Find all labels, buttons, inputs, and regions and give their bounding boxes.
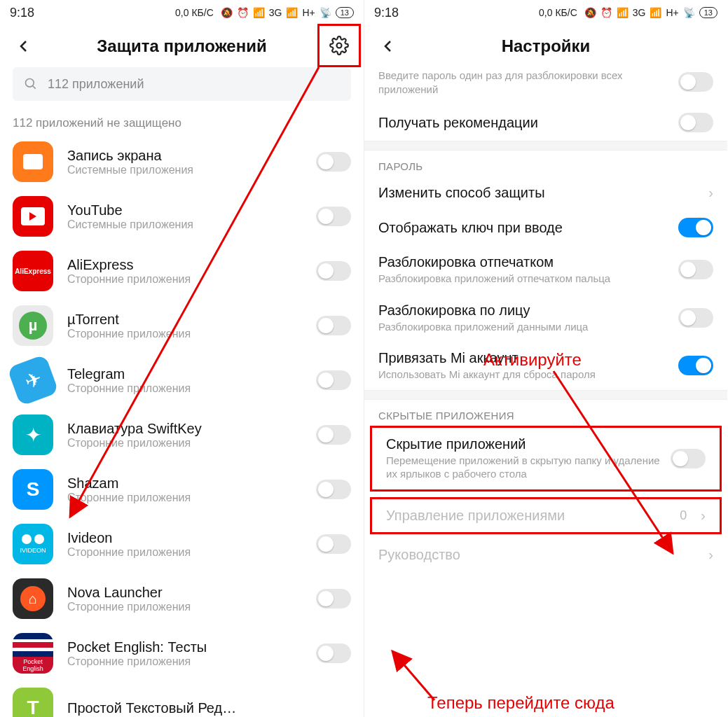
gear-icon[interactable] bbox=[329, 36, 349, 55]
hide-apps-highlight-box: Скрытие приложений Перемещение приложени… bbox=[370, 426, 722, 492]
app-row[interactable]: TПростой Текстовый Ред… bbox=[0, 681, 364, 717]
app-icon: ⌂ bbox=[13, 578, 53, 619]
app-name: Простой Текстовый Ред… bbox=[67, 700, 351, 716]
setting-group-unlock[interactable]: Введите пароль один раз для разблокировк… bbox=[364, 67, 727, 104]
app-name: Клавиатура SwiftKey bbox=[67, 421, 302, 437]
app-text: AliExpressСторонние приложения bbox=[67, 257, 302, 286]
app-lock-toggle[interactable] bbox=[316, 480, 351, 499]
toggle-face[interactable] bbox=[678, 308, 713, 328]
app-icon: Pocket English bbox=[13, 633, 53, 674]
status-bar: 9:18 0,0 КБ/С 🔕 ⏰ 📶 3G 📶 H+ 📡 13 bbox=[0, 0, 364, 25]
app-lock-toggle[interactable] bbox=[316, 261, 351, 281]
svg-point-1 bbox=[26, 79, 34, 88]
app-row[interactable]: IVIDEONIvideonСторонние приложения bbox=[0, 517, 364, 571]
toggle-mi-account[interactable] bbox=[678, 356, 713, 375]
dnd-icon: 🔕 bbox=[221, 7, 233, 18]
chevron-left-icon bbox=[380, 38, 397, 55]
app-text: YouTubeСистемные приложения bbox=[67, 202, 302, 231]
app-lock-toggle[interactable] bbox=[316, 425, 351, 445]
app-category: Системные приложения bbox=[67, 218, 302, 231]
app-lock-toggle[interactable] bbox=[316, 207, 351, 226]
back-button[interactable] bbox=[10, 32, 38, 60]
app-category: Системные приложения bbox=[67, 164, 302, 176]
app-category: Сторонние приложения bbox=[67, 601, 302, 613]
app-row[interactable]: Pocket EnglishPocket English: ТестыСторо… bbox=[0, 626, 364, 681]
app-category: Сторонние приложения bbox=[67, 273, 302, 286]
app-category: Сторонние приложения bbox=[67, 328, 302, 340]
app-icon: ✦ bbox=[13, 415, 53, 455]
app-row[interactable]: µµTorrentСторонние приложения bbox=[0, 298, 364, 353]
title-bar: Защита приложений bbox=[0, 25, 364, 67]
app-icon: AliExpress bbox=[13, 251, 53, 291]
app-name: Запись экрана bbox=[67, 148, 302, 164]
app-row[interactable]: ✦Клавиатура SwiftKeyСторонние приложения bbox=[0, 408, 364, 462]
toggle-fingerprint[interactable] bbox=[678, 260, 713, 279]
wifi-icon: 📡 bbox=[320, 7, 331, 18]
app-lock-toggle[interactable] bbox=[316, 643, 351, 663]
signal-icon: 📶 bbox=[617, 7, 629, 18]
app-list[interactable]: Запись экранаСистемные приложенияYouTube… bbox=[0, 134, 364, 717]
app-category: Сторонние приложения bbox=[67, 655, 302, 668]
app-row[interactable]: Запись экранаСистемные приложения bbox=[0, 134, 364, 189]
app-icon: ✈ bbox=[7, 354, 59, 406]
app-lock-toggle[interactable] bbox=[316, 589, 351, 608]
toggle-show-key[interactable] bbox=[678, 218, 713, 237]
dnd-icon: 🔕 bbox=[584, 7, 596, 18]
setting-mi-account[interactable]: Привязать Mi аккаунт Использовать Mi акк… bbox=[364, 342, 727, 390]
app-row[interactable]: YouTubeСистемные приложения bbox=[0, 189, 364, 244]
battery-icon: 13 bbox=[699, 7, 717, 18]
divider bbox=[364, 390, 727, 400]
alarm-icon: ⏰ bbox=[600, 7, 612, 18]
setting-guide[interactable]: Руководство › bbox=[364, 534, 727, 571]
app-lock-toggle[interactable] bbox=[316, 534, 351, 554]
page-title: Настройки bbox=[402, 36, 689, 56]
setting-face-unlock[interactable]: Разблокировка по лицу Разблокировка прил… bbox=[364, 294, 727, 342]
chevron-right-icon: › bbox=[701, 508, 706, 524]
status-time: 9:18 bbox=[10, 6, 34, 20]
setting-fingerprint[interactable]: Разблокировка отпечатком Разблокировка п… bbox=[364, 246, 727, 294]
app-name: YouTube bbox=[67, 202, 302, 218]
app-name: Telegram bbox=[67, 366, 302, 382]
app-row[interactable]: SShazamСторонние приложения bbox=[0, 462, 364, 517]
app-icon: µ bbox=[13, 305, 53, 346]
wifi-icon: 📡 bbox=[683, 7, 695, 18]
app-text: ShazamСторонние приложения bbox=[67, 475, 302, 504]
app-text: Pocket English: ТестыСторонние приложени… bbox=[67, 639, 302, 668]
app-text: Nova LauncherСторонние приложения bbox=[67, 585, 302, 613]
toggle-group-unlock[interactable] bbox=[678, 72, 713, 92]
signal-icon: 📶 bbox=[253, 7, 265, 18]
chevron-right-icon: › bbox=[708, 185, 713, 201]
svg-point-0 bbox=[337, 43, 342, 48]
setting-change-method[interactable]: Изменить способ защиты › bbox=[364, 176, 727, 209]
setting-manage-apps[interactable]: Управление приложениями 0 › bbox=[372, 499, 720, 532]
app-text: Простой Текстовый Ред… bbox=[67, 700, 351, 716]
setting-show-key[interactable]: Отображать ключ при вводе bbox=[364, 209, 727, 246]
toggle-recommendations[interactable] bbox=[678, 113, 713, 132]
app-category: Сторонние приложения bbox=[67, 492, 302, 504]
app-lock-toggle[interactable] bbox=[316, 370, 351, 390]
section-label-hidden-apps: СКРЫТЫЕ ПРИЛОЖЕНИЯ bbox=[364, 400, 727, 426]
app-lock-toggle[interactable] bbox=[316, 152, 351, 172]
setting-hide-apps[interactable]: Скрытие приложений Перемещение приложени… bbox=[372, 428, 720, 489]
app-row[interactable]: AliExpressAliExpressСторонние приложения bbox=[0, 244, 364, 298]
app-category: Сторонние приложения bbox=[67, 382, 302, 395]
alarm-icon: ⏰ bbox=[237, 7, 249, 18]
app-text: IvideonСторонние приложения bbox=[67, 530, 302, 559]
app-row[interactable]: ✈TelegramСторонние приложения bbox=[0, 353, 364, 408]
status-time: 9:18 bbox=[374, 6, 399, 20]
app-text: Запись экранаСистемные приложения bbox=[67, 148, 302, 176]
setting-recommendations[interactable]: Получать рекомендации bbox=[364, 104, 727, 141]
app-row[interactable]: ⌂Nova LauncherСторонние приложения bbox=[0, 571, 364, 626]
divider bbox=[364, 141, 727, 151]
app-name: µTorrent bbox=[67, 312, 302, 328]
app-name: Nova Launcher bbox=[67, 585, 302, 601]
back-button[interactable] bbox=[374, 32, 402, 60]
app-icon: T bbox=[13, 688, 53, 717]
toggle-hide-apps[interactable] bbox=[671, 449, 706, 468]
search-input[interactable]: 112 приложений bbox=[13, 67, 351, 101]
status-bar: 9:18 0,0 КБ/С 🔕 ⏰ 📶 3G 📶 H+ 📡 13 bbox=[364, 0, 727, 25]
search-icon bbox=[24, 77, 38, 91]
app-lock-toggle[interactable] bbox=[316, 316, 351, 335]
chevron-left-icon bbox=[15, 38, 32, 55]
app-icon bbox=[13, 196, 53, 237]
